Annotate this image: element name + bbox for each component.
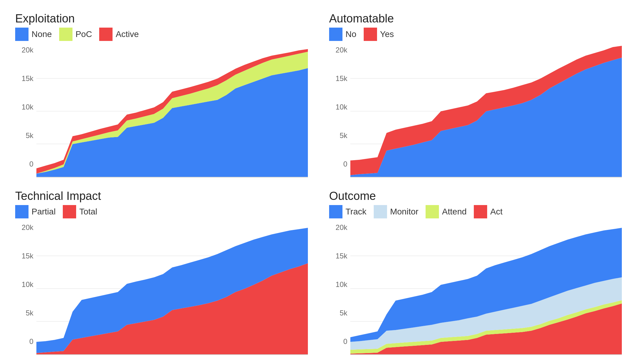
monitor-label: Monitor — [390, 207, 418, 217]
attend-label: Attend — [442, 207, 467, 217]
yes-label: Yes — [380, 29, 394, 39]
technical-impact-legend: Partial Total — [15, 205, 308, 218]
outcome-svg — [350, 223, 622, 354]
track-swatch — [329, 205, 342, 218]
legend-track: Track — [329, 205, 366, 218]
none-label: None — [32, 29, 52, 39]
act-label: Act — [490, 207, 502, 217]
exploitation-title: Exploitation — [15, 12, 308, 25]
outcome-chart-content: Jun Jul Aug — [350, 223, 622, 355]
total-swatch — [63, 205, 76, 218]
exploitation-svg — [36, 46, 308, 177]
outcome-chart-area: 0 5k 10k 15k 20k — [329, 223, 622, 355]
legend-active: Active — [99, 28, 139, 41]
automatable-title: Automatable — [329, 12, 622, 25]
automatable-y-axis: 0 5k 10k 15k 20k — [329, 46, 350, 177]
legend-total: Total — [63, 205, 97, 218]
active-label: Active — [116, 29, 139, 39]
partial-label: Partial — [32, 207, 56, 217]
legend-attend: Attend — [426, 205, 467, 218]
legend-act: Act — [474, 205, 502, 218]
technical-impact-panel: Technical Impact Partial Total 0 5k 10k … — [6, 184, 317, 358]
exploitation-y-axis: 0 5k 10k 15k 20k — [15, 46, 36, 177]
technical-impact-title: Technical Impact — [15, 190, 308, 203]
technical-impact-chart-area: 0 5k 10k 15k 20k — [15, 223, 308, 355]
legend-none: None — [15, 28, 52, 41]
technical-impact-svg — [36, 223, 308, 354]
legend-partial: Partial — [15, 205, 56, 218]
legend-poc: PoC — [59, 28, 92, 41]
svg-marker-3 — [350, 58, 622, 177]
poc-swatch — [59, 28, 72, 41]
outcome-title: Outcome — [329, 190, 622, 203]
outcome-legend: Track Monitor Attend Act — [329, 205, 622, 218]
total-label: Total — [79, 207, 97, 217]
attend-swatch — [426, 205, 439, 218]
no-swatch — [329, 28, 342, 41]
exploitation-legend: None PoC Active — [15, 28, 308, 41]
none-swatch — [15, 28, 29, 41]
automatable-panel: Automatable No Yes 0 5k 10k 15k 20k — [320, 6, 631, 180]
partial-swatch — [15, 205, 29, 218]
automatable-legend: No Yes — [329, 28, 622, 41]
automatable-chart-area: 0 5k 10k 15k 20k — [329, 46, 622, 177]
svg-marker-0 — [36, 68, 308, 177]
technical-impact-chart-content: Jun Jul Aug — [36, 223, 308, 355]
outcome-panel: Outcome Track Monitor Attend Act 0 5k — [320, 184, 631, 358]
active-swatch — [99, 28, 113, 41]
exploitation-chart-content: Jun Jul Aug — [36, 46, 308, 177]
dashboard: Exploitation None PoC Active 0 5k 10k 15… — [0, 0, 637, 364]
act-swatch — [474, 205, 487, 218]
outcome-y-axis: 0 5k 10k 15k 20k — [329, 223, 350, 355]
automatable-svg — [350, 46, 622, 177]
yes-swatch — [364, 28, 377, 41]
exploitation-chart-area: 0 5k 10k 15k 20k — [15, 46, 308, 177]
legend-monitor: Monitor — [374, 205, 418, 218]
automatable-chart-content: Jun Jul Aug — [350, 46, 622, 177]
no-label: No — [345, 29, 356, 39]
legend-yes: Yes — [364, 28, 394, 41]
poc-label: PoC — [76, 29, 92, 39]
legend-no: No — [329, 28, 356, 41]
technical-impact-y-axis: 0 5k 10k 15k 20k — [15, 223, 36, 355]
track-label: Track — [345, 207, 366, 217]
monitor-swatch — [374, 205, 387, 218]
exploitation-panel: Exploitation None PoC Active 0 5k 10k 15… — [6, 6, 317, 180]
